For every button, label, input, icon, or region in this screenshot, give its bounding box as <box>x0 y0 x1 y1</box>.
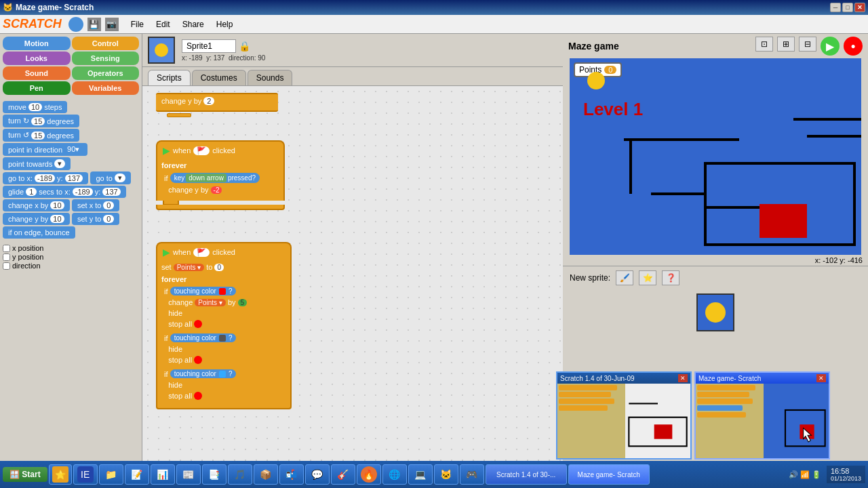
save-icon[interactable]: 💾 <box>87 18 101 31</box>
new-sprite-label: New sprite: <box>570 273 610 283</box>
titlebar-icon: 🐱 <box>3 3 13 12</box>
taskbar-app-11[interactable]: 💬 <box>305 464 330 485</box>
taskbar-app-16[interactable]: 🐱 <box>434 464 458 485</box>
taskbar-app-8[interactable]: 🎵 <box>228 464 252 485</box>
tab-costumes[interactable]: Costumes <box>192 70 246 85</box>
category-motion[interactable]: Motion <box>3 37 71 50</box>
thumb2-close[interactable]: ✕ <box>816 374 826 382</box>
app-icon-15: 💻 <box>412 466 429 483</box>
taskbar-app-12[interactable]: 🎸 <box>331 464 355 485</box>
sprite-thumb-item[interactable] <box>696 293 734 331</box>
taskbar-mazegame-label: Maze game- Scratch <box>578 471 640 479</box>
start-button[interactable]: 🪟 Start <box>3 467 47 482</box>
category-pen[interactable]: Pen <box>3 81 71 95</box>
menu-edit[interactable]: Edit <box>151 18 176 30</box>
menu-help[interactable]: Help <box>211 18 239 30</box>
sprite-direction: 90 <box>258 54 265 62</box>
camera-icon[interactable]: 📷 <box>105 18 119 31</box>
taskbar-app-7[interactable]: 📑 <box>202 464 226 485</box>
script-block-3[interactable]: ▶ when 🚩 clicked set Points ▾ to 0 forev… <box>156 242 292 409</box>
block-glide[interactable]: glide 1 secs to x: -189 y: 137 <box>3 186 126 198</box>
stage-size-btn-2[interactable]: ⊞ <box>777 37 795 52</box>
block-turn-cw[interactable]: turn ↻ 15 degrees <box>3 115 79 127</box>
stage-size-btn-3[interactable]: ⊟ <box>799 37 816 52</box>
block-bounce[interactable]: if on edge, bounce <box>3 226 75 239</box>
app-icon-8: 🎵 <box>232 466 248 483</box>
category-sensing[interactable]: Sensing <box>72 52 140 65</box>
app-icon-6: 📰 <box>180 466 197 483</box>
checkbox-y-position[interactable]: y position <box>3 253 139 261</box>
app-icon-11: 💬 <box>309 466 326 483</box>
tab-sounds[interactable]: Sounds <box>248 70 293 85</box>
stop-button[interactable]: ● <box>844 37 863 56</box>
block-goto[interactable]: go to ▾ <box>90 171 130 184</box>
category-sound[interactable]: Sound <box>3 66 71 80</box>
star-sprite-tool[interactable]: ⭐ <box>639 270 656 285</box>
taskbar-app-1[interactable]: ⭐ <box>49 464 72 485</box>
taskbar-app-6[interactable]: 📰 <box>176 464 201 485</box>
taskbar-app-14[interactable]: 🌐 <box>382 464 407 485</box>
direction-checkbox[interactable] <box>3 262 10 270</box>
taskbar-scratch14[interactable]: Scratch 1.4 of 30-... <box>486 464 567 485</box>
taskbar-app-4[interactable]: 📝 <box>125 464 149 485</box>
category-operators[interactable]: Operators <box>72 66 140 80</box>
thumbnail-area: Scratch 1.4 of 30-Jun-09 ✕ Maze game- Sc… <box>556 371 830 460</box>
question-sprite-tool[interactable]: ❓ <box>662 270 679 285</box>
systray: 🔊 📶 🔋 16:58 01/12/2013 <box>789 466 865 483</box>
category-variables[interactable]: Variables <box>72 81 140 95</box>
x-position-checkbox[interactable] <box>3 245 10 252</box>
menu-share[interactable]: Share <box>177 18 210 30</box>
app-icon-4: 📝 <box>129 466 145 483</box>
paint-sprite-tool[interactable]: 🖌️ <box>616 270 633 285</box>
titlebar-controls: ─ □ ✕ <box>830 3 865 12</box>
svg-rect-11 <box>629 403 658 404</box>
block-change-y[interactable]: change y by 10 <box>3 213 70 225</box>
category-looks[interactable]: Looks <box>3 52 71 65</box>
taskbar-app-9[interactable]: 📦 <box>254 464 278 485</box>
script-block-1[interactable]: change y by 2 <box>156 93 278 117</box>
sprite-info-box: Sprite1 🔒 x: -189 y: 137 direction: 90 <box>182 39 265 62</box>
app-icon-5: 📊 <box>155 466 171 483</box>
taskbar-app-15[interactable]: 💻 <box>408 464 433 485</box>
taskbar-app-13[interactable]: 🔥 <box>357 464 381 485</box>
maximize-button[interactable]: □ <box>842 3 853 12</box>
taskbar-app-10[interactable]: 📬 <box>279 464 304 485</box>
close-button[interactable]: ✕ <box>854 3 865 12</box>
taskbar-app-2[interactable]: IE <box>73 464 98 485</box>
thumbnail-mazegame: Maze game- Scratch ✕ <box>694 371 830 460</box>
taskbar-app-5[interactable]: 📊 <box>151 464 175 485</box>
block-point-direction[interactable]: point in direction 90▾ <box>3 143 87 156</box>
block-change-x[interactable]: change x by 10 <box>3 199 70 211</box>
app-icon-13: 🔥 <box>361 466 377 483</box>
globe-icon[interactable] <box>68 17 83 32</box>
thumb1-title-text: Scratch 1.4 of 30-Jun-09 <box>560 375 635 382</box>
y-position-checkbox[interactable] <box>3 253 10 261</box>
sprite-coords: x: -189 y: 137 direction: 90 <box>182 54 265 62</box>
block-move[interactable]: move 10 steps <box>3 101 67 113</box>
taskbar-app-3[interactable]: 📁 <box>99 464 123 485</box>
go-button[interactable]: ▶ <box>821 37 840 56</box>
minimize-button[interactable]: ─ <box>830 3 841 12</box>
tab-scripts[interactable]: Scripts <box>148 70 191 85</box>
category-control[interactable]: Control <box>72 37 140 50</box>
thumb1-close[interactable]: ✕ <box>678 374 688 382</box>
block-turn-ccw[interactable]: turn ↺ 15 degrees <box>3 129 79 142</box>
taskbar-app-17[interactable]: 🎮 <box>460 464 484 485</box>
block-point-towards[interactable]: point towards ▾ <box>3 157 71 170</box>
maze-canvas <box>570 58 861 255</box>
block-set-y[interactable]: set y to 0 <box>72 213 119 225</box>
taskbar-mazegame[interactable]: Maze game- Scratch <box>568 464 650 485</box>
checkbox-x-position[interactable]: x position <box>3 244 139 252</box>
thumb2-title-text: Maze game- Scratch <box>698 375 761 382</box>
checkbox-direction[interactable]: direction <box>3 262 139 270</box>
block-set-x[interactable]: set x to 0 <box>72 199 119 211</box>
stage-display: Points 0 Level 1 <box>570 58 861 255</box>
stage-size-btn-1[interactable]: ⊡ <box>755 37 773 52</box>
x-position-label: x position <box>12 244 43 252</box>
sprite-thumbnail <box>148 37 175 64</box>
menu-file[interactable]: File <box>125 18 149 30</box>
script-block-2[interactable]: ▶ when 🚩 clicked forever if key down arr… <box>156 140 285 210</box>
block-goto-xy[interactable]: go to x: -189 y: 137 <box>3 172 88 184</box>
systray-icons: 🔊 📶 🔋 <box>789 470 821 479</box>
stage-header: Maze game ⊡ ⊞ ⊟ ▶ ● <box>563 34 868 58</box>
